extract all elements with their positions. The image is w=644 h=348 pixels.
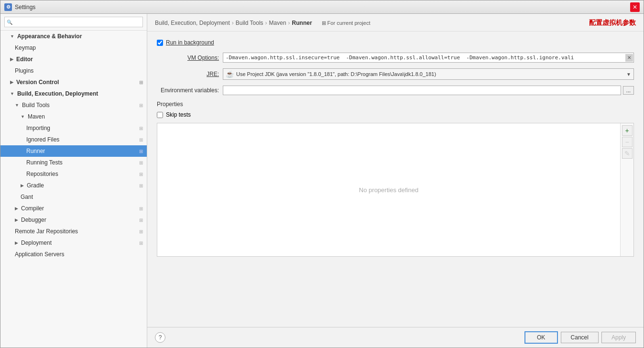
- window-title: Settings: [15, 4, 35, 11]
- sidebar-item-build-tools[interactable]: ▼ Build Tools ⊞: [0, 99, 147, 111]
- vm-options-clear-button[interactable]: ✕: [625, 54, 633, 62]
- search-box: [0, 14, 147, 31]
- settings-icon: ⊞: [139, 160, 143, 165]
- vm-options-input[interactable]: [223, 53, 634, 63]
- right-panel: Build, Execution, Deployment › Build Too…: [147, 14, 644, 348]
- sidebar-label: Gant: [21, 194, 33, 200]
- sidebar-item-appearance-behavior[interactable]: ▼ Appearance & Behavior: [0, 31, 147, 42]
- env-variables-field: ...: [223, 86, 634, 95]
- ok-button[interactable]: OK: [524, 331, 558, 344]
- chevron-down-icon: ▼: [15, 103, 19, 108]
- bottom-bar: ? OK Cancel Apply: [147, 327, 644, 348]
- settings-icon: ⊞: [139, 240, 143, 246]
- skip-tests-checkbox[interactable]: [157, 112, 163, 118]
- sidebar-label: Debugger: [21, 217, 46, 223]
- sidebar-label: Maven: [28, 113, 45, 120]
- close-button[interactable]: ✕: [630, 2, 640, 12]
- sidebar-item-build-execution-deployment[interactable]: ▼ Build, Execution, Deployment: [0, 88, 147, 99]
- breadcrumb-part-2: Build Tools: [236, 20, 263, 26]
- sidebar-item-version-control[interactable]: ▶ Version Control ⊞: [0, 76, 147, 88]
- chevron-right-icon: ▶: [15, 240, 18, 245]
- vm-options-field: ✕: [223, 53, 634, 63]
- breadcrumb-part-1: Build, Execution, Deployment: [155, 20, 230, 26]
- sidebar-label: Gradle: [27, 182, 44, 189]
- add-property-button[interactable]: +: [622, 125, 633, 136]
- settings-icon: ⊞: [139, 126, 143, 131]
- breadcrumb: Build, Execution, Deployment › Build Too…: [147, 14, 644, 32]
- sidebar-label: Plugins: [15, 67, 33, 74]
- sidebar-item-deployment[interactable]: ▶ Deployment ⊞: [0, 237, 147, 249]
- properties-empty-message: No properties defined: [157, 123, 620, 256]
- env-more-button[interactable]: ...: [623, 86, 634, 95]
- search-input[interactable]: [4, 17, 143, 27]
- jre-label: JRE:: [157, 71, 219, 77]
- sidebar-item-remote-jar-repositories[interactable]: Remote Jar Repositories ⊞: [0, 226, 147, 237]
- project-icon: ⊞: [322, 20, 326, 26]
- sidebar-label: Application Servers: [15, 251, 64, 258]
- sidebar-item-runner[interactable]: Runner ⊞: [0, 145, 147, 157]
- jre-row: JRE: ☕ Use Project JDK (java version "1.…: [157, 68, 634, 80]
- chevron-down-icon: ▼: [21, 114, 25, 119]
- breadcrumb-sep-1: ›: [232, 20, 234, 26]
- breadcrumb-sep-3: ›: [288, 20, 290, 26]
- chevron-right-icon: ▶: [21, 183, 24, 188]
- settings-icon: ⊞: [139, 80, 143, 85]
- sidebar-item-application-servers[interactable]: Application Servers: [0, 249, 147, 260]
- breadcrumb-current: Runner: [292, 20, 312, 26]
- sidebar-item-ignored-files[interactable]: Ignored Files ⊞: [0, 134, 147, 145]
- edit-property-button[interactable]: ✎: [622, 148, 633, 159]
- sidebar-item-repositories[interactable]: Repositories ⊞: [0, 168, 147, 180]
- chinese-annotation: 配置虚拟机参数: [589, 19, 636, 27]
- bottom-right: OK Cancel Apply: [524, 331, 636, 344]
- env-variables-label: Environment variables:: [157, 87, 219, 94]
- sidebar-item-gant[interactable]: Gant: [0, 191, 147, 203]
- chevron-right-icon: ▶: [15, 218, 18, 222]
- bottom-left: ?: [155, 332, 165, 343]
- chevron-down-icon[interactable]: ▼: [626, 72, 631, 77]
- vm-options-label: VM Options:: [157, 54, 219, 61]
- run-background-label[interactable]: Run in background: [166, 39, 214, 46]
- chevron-down-icon: ▼: [10, 34, 14, 39]
- breadcrumb-sep-2: ›: [265, 20, 267, 26]
- sidebar-label: Remote Jar Repositories: [15, 228, 78, 235]
- sidebar-item-compiler[interactable]: ▶ Compiler ⊞: [0, 203, 147, 214]
- sidebar-item-editor[interactable]: ▶ Editor: [0, 54, 147, 65]
- title-bar: ⚙ Settings ✕: [0, 0, 644, 14]
- settings-icon: ⊞: [139, 172, 143, 177]
- jre-dropdown[interactable]: ☕ Use Project JDK (java version "1.8.0_1…: [223, 68, 634, 80]
- sidebar-item-maven[interactable]: ▼ Maven: [0, 111, 147, 122]
- settings-icon: ⊞: [139, 206, 143, 211]
- env-variables-row: Environment variables: ...: [157, 86, 634, 95]
- current-project-label: ⊞ For current project: [322, 20, 371, 26]
- remove-property-button[interactable]: −: [622, 137, 633, 147]
- run-background-row: Run in background: [157, 39, 634, 46]
- sidebar-label: Appearance & Behavior: [17, 33, 82, 40]
- breadcrumb-part-3: Maven: [269, 20, 286, 26]
- help-button[interactable]: ?: [155, 332, 165, 343]
- run-background-checkbox[interactable]: [157, 40, 163, 46]
- cancel-button[interactable]: Cancel: [561, 332, 599, 343]
- apply-button[interactable]: Apply: [601, 332, 636, 343]
- sidebar-label: Compiler: [21, 205, 44, 212]
- jre-value: Use Project JDK (java version "1.8.0_181…: [236, 71, 626, 77]
- sidebar-item-gradle[interactable]: ▶ Gradle ⊞: [0, 180, 147, 191]
- env-variables-input[interactable]: [223, 86, 621, 95]
- settings-window: ⚙ Settings ✕ ▼ Appearance & Behavior Key…: [0, 0, 644, 348]
- app-icon: ⚙: [4, 3, 12, 11]
- chevron-down-icon: ▼: [10, 91, 14, 96]
- sidebar-label: Build, Execution, Deployment: [17, 90, 98, 97]
- sidebar-item-debugger[interactable]: ▶ Debugger ⊞: [0, 214, 147, 226]
- sidebar-item-running-tests[interactable]: Running Tests ⊞: [0, 157, 147, 168]
- sidebar-item-importing[interactable]: Importing ⊞: [0, 122, 147, 134]
- sidebar-item-keymap[interactable]: Keymap: [0, 42, 147, 54]
- skip-tests-label[interactable]: Skip tests: [166, 111, 191, 118]
- properties-section-title: Properties: [157, 101, 634, 108]
- sidebar-label: Ignored Files: [26, 136, 59, 143]
- sidebar-label: Running Tests: [26, 159, 63, 166]
- properties-actions: + − ✎: [620, 123, 633, 256]
- sidebar-label: Version Control: [16, 79, 59, 86]
- chevron-right-icon: ▶: [15, 206, 18, 211]
- skip-tests-row: Skip tests: [157, 111, 634, 118]
- sidebar-item-plugins[interactable]: Plugins: [0, 65, 147, 76]
- sidebar-label: Importing: [26, 125, 50, 131]
